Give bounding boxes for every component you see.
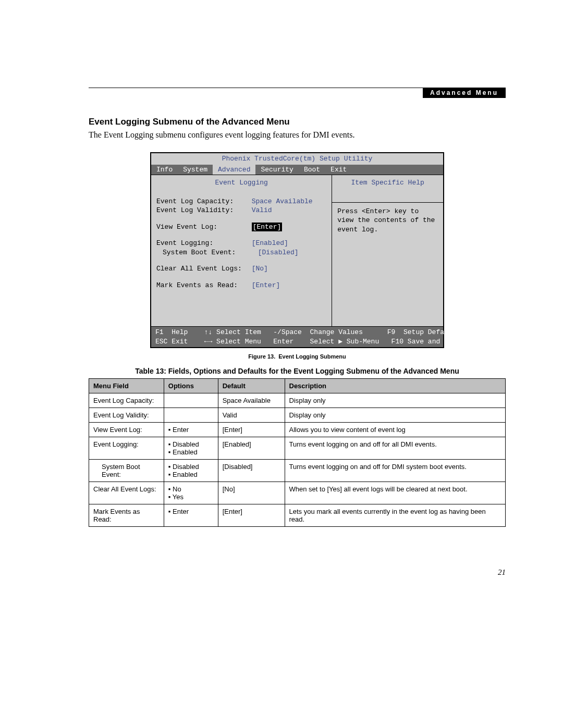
header-tab: Advanced Menu — [423, 88, 506, 98]
table-cell-default: [No] — [218, 482, 285, 504]
figure-number: Figure 13. — [248, 353, 278, 360]
option-item: Enter — [168, 508, 214, 515]
bios-field-label: System Boot Event: — [156, 248, 258, 257]
table-cell-description: When set to [Yes] all event logs will be… — [285, 482, 506, 504]
option-item: Enabled — [168, 448, 214, 456]
bios-field-label: Event Logging: — [156, 239, 252, 248]
table-cell-default: Valid — [218, 408, 285, 423]
table-row: View Event Log:Enter[Enter]Allows you to… — [89, 423, 506, 437]
bios-menu-advanced: Advanced — [213, 165, 255, 175]
options-table: Menu Field Options Default Description E… — [89, 378, 506, 527]
table-cell-field: Mark Events as Read: — [89, 504, 164, 527]
bios-menu-exit: Exit — [325, 165, 352, 175]
table-cell-field: System Boot Event: — [89, 460, 164, 482]
bios-field-value-selected: [Enter] — [252, 223, 283, 232]
key: Enter — [273, 338, 293, 346]
option-item: Enter — [168, 426, 214, 434]
key-label: Select Item — [216, 328, 261, 336]
bios-field-label: Mark Events as Read: — [156, 281, 252, 290]
table-cell-field: Event Logging: — [89, 437, 164, 460]
bios-app-title: Phoenix TrustedCore(tm) Setup Utility — [151, 153, 443, 165]
table-cell-field: Event Log Validity: — [89, 408, 164, 423]
option-item: Disabled — [168, 463, 214, 471]
table-cell-default: [Enter] — [218, 504, 285, 527]
option-item: Yes — [168, 493, 214, 501]
table-row: Event Log Validity:ValidDisplay only — [89, 408, 506, 423]
bios-field-value: [Enter] — [252, 281, 280, 290]
table-cell-options — [164, 393, 218, 408]
key: F9 — [387, 328, 396, 336]
bios-menu-boot: Boot — [299, 165, 325, 175]
bios-screenshot: Phoenix TrustedCore(tm) Setup Utility In… — [150, 152, 444, 348]
key: ESC — [155, 338, 167, 346]
table-cell-description: Turns event logging on and off for DMI s… — [285, 460, 506, 482]
table-header: Description — [285, 379, 506, 393]
bios-right-title: Item Specific Help — [332, 175, 443, 203]
figure-caption: Figure 13.Event Logging Submenu — [89, 353, 506, 360]
table-row: Event Log Capacity:Space AvailableDispla… — [89, 393, 506, 408]
table-cell-default: [Enter] — [218, 423, 285, 437]
key: F1 — [155, 328, 164, 336]
table-cell-description: Display only — [285, 393, 506, 408]
bios-help-text: Press <Enter> key to view the contents o… — [337, 207, 438, 235]
key: ←→ — [204, 338, 213, 346]
key-label: Exit — [172, 338, 188, 346]
key-label: Save and Exit — [408, 338, 460, 346]
table-cell-field: View Event Log: — [89, 423, 164, 437]
bios-field-label: Event Log Capacity: — [156, 197, 252, 206]
section-title: Event Logging Submenu of the Advanced Me… — [89, 117, 506, 127]
table-cell-description: Lets you mark all events currently in th… — [285, 504, 506, 527]
table-cell-default: [Disabled] — [218, 460, 285, 482]
figure-text: Event Logging Submenu — [278, 353, 346, 360]
table-cell-options — [164, 408, 218, 423]
key-label: Help — [172, 328, 188, 336]
table-cell-default: Space Available — [218, 393, 285, 408]
bios-field-value: Valid — [252, 206, 272, 215]
table-row: System Boot Event:DisabledEnabled[Disabl… — [89, 460, 506, 482]
bios-field-value: [No] — [252, 264, 268, 274]
option-item: Disabled — [168, 440, 214, 448]
key-label: Select ▶ Sub-Menu — [310, 338, 380, 346]
table-cell-description: Turns event logging on and off for all D… — [285, 437, 506, 460]
section-intro: The Event Logging submenu configures eve… — [89, 130, 506, 140]
option-item: No — [168, 485, 214, 493]
option-item: Enabled — [168, 471, 214, 478]
bios-menu-info: Info — [151, 165, 178, 175]
bios-menu-bar: Info System Advanced Security Boot Exit — [151, 165, 443, 175]
bios-field-value: [Enabled] — [252, 239, 288, 248]
bios-footer: F1 Help ↑↓ Select Item -/Space Change Va… — [151, 327, 443, 347]
table-cell-options: Enter — [164, 423, 218, 437]
bios-menu-security: Security — [255, 165, 298, 175]
bios-field-value: [Disabled] — [258, 248, 299, 257]
key-label: Change Values — [310, 328, 363, 336]
bios-menu-system: System — [178, 165, 213, 175]
table-cell-default: [Enabled] — [218, 437, 285, 460]
table-header: Menu Field — [89, 379, 164, 393]
table-cell-options: DisabledEnabled — [164, 460, 218, 482]
bios-left-title: Event Logging — [156, 178, 326, 188]
bios-field-label: View Event Log: — [156, 223, 252, 232]
key: ↑↓ — [204, 328, 213, 336]
table-cell-description: Allows you to view content of event log — [285, 423, 506, 437]
bios-field-value: Space Available — [252, 197, 313, 206]
table-header: Default — [218, 379, 285, 393]
bios-field-label: Clear All Event Logs: — [156, 264, 252, 274]
table-cell-field: Event Log Capacity: — [89, 393, 164, 408]
key-label: Select Menu — [216, 338, 261, 346]
table-cell-field: Clear All Event Logs: — [89, 482, 164, 504]
key: -/Space — [273, 328, 302, 336]
table-cell-description: Display only — [285, 408, 506, 423]
page-number: 21 — [498, 568, 506, 577]
table-header: Options — [164, 379, 218, 393]
table-row: Event Logging:DisabledEnabled[Enabled]Tu… — [89, 437, 506, 460]
table-title: Table 13: Fields, Options and Defaults f… — [89, 367, 506, 375]
table-cell-options: NoYes — [164, 482, 218, 504]
table-cell-options: Enter — [164, 504, 218, 527]
key: F10 — [391, 338, 403, 346]
table-row: Mark Events as Read:Enter[Enter]Lets you… — [89, 504, 506, 527]
table-cell-options: DisabledEnabled — [164, 437, 218, 460]
table-row: Clear All Event Logs:NoYes[No]When set t… — [89, 482, 506, 504]
bios-field-label: Event Log Validity: — [156, 206, 252, 215]
key-label: Setup Defaults — [403, 328, 460, 336]
